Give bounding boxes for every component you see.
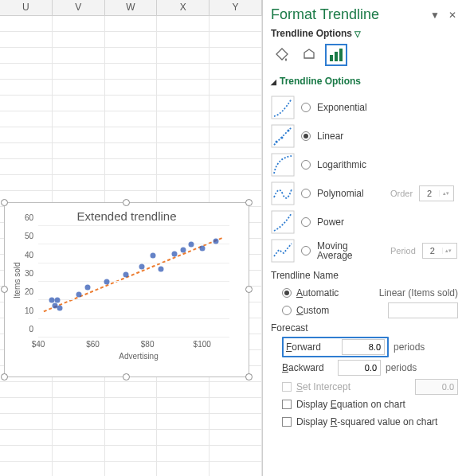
automatic-name-value: Linear (Items sold) <box>357 287 458 298</box>
data-point[interactable] <box>139 264 145 270</box>
data-point[interactable] <box>189 242 194 248</box>
option-polynomial[interactable]: Polynomial Order ▴▾ <box>271 179 458 208</box>
order-spinner: ▴▾ <box>419 185 454 201</box>
period-spinner: ▴▾ <box>422 243 457 259</box>
svg-rect-1 <box>330 55 333 61</box>
radio-automatic[interactable] <box>282 288 292 298</box>
panel-dropdown-icon[interactable]: ▼ <box>429 10 441 21</box>
checkbox-set-intercept[interactable] <box>282 382 292 392</box>
checkbox-display-r-squared[interactable] <box>282 417 292 427</box>
resize-handle-se[interactable] <box>245 373 253 380</box>
radio-logarithmic[interactable] <box>301 160 311 170</box>
option-logarithmic[interactable]: Logarithmic <box>271 150 458 179</box>
col-u[interactable]: U <box>0 0 53 15</box>
resize-handle-e[interactable] <box>245 286 253 293</box>
radio-moving-average[interactable] <box>301 246 311 256</box>
resize-handle-ne[interactable] <box>245 199 253 206</box>
y-axis-label: Items sold <box>13 262 22 298</box>
intercept-field <box>415 379 458 395</box>
col-v[interactable]: V <box>53 0 105 15</box>
trendline-name-label: Trendline Name <box>271 270 458 281</box>
resize-handle-sw[interactable] <box>1 373 8 380</box>
panel-title: Format Trendline <box>271 6 423 23</box>
svg-point-8 <box>281 137 284 139</box>
data-point[interactable] <box>180 248 186 253</box>
radio-linear[interactable] <box>301 131 311 141</box>
option-exponential[interactable]: Exponential <box>271 93 458 122</box>
custom-name-field[interactable] <box>388 302 458 318</box>
column-headers: U V W X Y <box>0 0 262 16</box>
forward-field[interactable] <box>342 339 385 355</box>
data-point[interactable] <box>172 252 178 257</box>
chart-plot-area[interactable]: 0102030405060$40$60$80$100 <box>38 226 229 337</box>
trendline[interactable] <box>38 226 229 337</box>
data-point[interactable] <box>76 292 82 298</box>
trendline-options-section-header[interactable]: ◢Trendline Options <box>271 76 458 87</box>
trendline-options-dropdown[interactable]: Trendline Options▽ <box>271 28 458 39</box>
col-x[interactable]: X <box>157 0 210 15</box>
col-w[interactable]: W <box>105 0 158 15</box>
trendline-options-tab-icon[interactable] <box>325 44 347 66</box>
spreadsheet-area[interactable]: U V W X Y Extended trendline Items sold … <box>0 0 263 476</box>
resize-handle-s[interactable] <box>123 373 130 380</box>
data-point[interactable] <box>57 305 63 310</box>
radio-power[interactable] <box>301 217 311 227</box>
radio-custom[interactable] <box>282 306 292 315</box>
svg-rect-3 <box>339 49 343 61</box>
option-linear[interactable]: Linear <box>271 122 458 150</box>
option-moving-average[interactable]: Moving Average Period ▴▾ <box>271 236 458 265</box>
x-axis-label: Advertising <box>29 352 249 361</box>
svg-point-7 <box>276 141 278 143</box>
data-point[interactable] <box>151 253 156 259</box>
col-y[interactable]: Y <box>210 0 262 15</box>
panel-close-icon[interactable]: ✕ <box>447 10 458 21</box>
resize-handle-w[interactable] <box>1 286 8 293</box>
radio-exponential[interactable] <box>301 103 311 112</box>
svg-rect-10 <box>272 154 294 176</box>
backward-field[interactable] <box>338 360 381 376</box>
resize-handle-n[interactable] <box>123 199 130 206</box>
data-point[interactable] <box>104 279 109 285</box>
svg-point-9 <box>288 130 290 132</box>
data-point[interactable] <box>159 266 164 271</box>
svg-rect-2 <box>335 52 338 61</box>
embedded-chart[interactable]: Extended trendline Items sold 0102030405… <box>4 202 249 377</box>
data-point[interactable] <box>199 246 205 252</box>
checkbox-display-equation[interactable] <box>282 400 292 409</box>
data-point[interactable] <box>55 298 61 303</box>
option-power[interactable]: Power <box>271 208 458 236</box>
data-point[interactable] <box>123 271 128 277</box>
svg-rect-13 <box>272 240 294 262</box>
chart-title[interactable]: Extended trendline <box>5 209 249 223</box>
effects-tab-icon[interactable] <box>298 44 320 66</box>
automatic-label: utomatic <box>303 287 339 298</box>
format-trendline-panel: Format Trendline ▼ ✕ Trendline Options▽ … <box>263 0 466 476</box>
fill-line-tab-icon[interactable] <box>271 44 293 66</box>
data-point[interactable] <box>213 238 218 244</box>
radio-polynomial[interactable] <box>301 189 311 198</box>
forecast-label: Forecast <box>271 322 458 334</box>
resize-handle-nw[interactable] <box>1 199 8 206</box>
data-point[interactable] <box>84 285 90 291</box>
forward-highlight: Forward <box>282 337 389 357</box>
